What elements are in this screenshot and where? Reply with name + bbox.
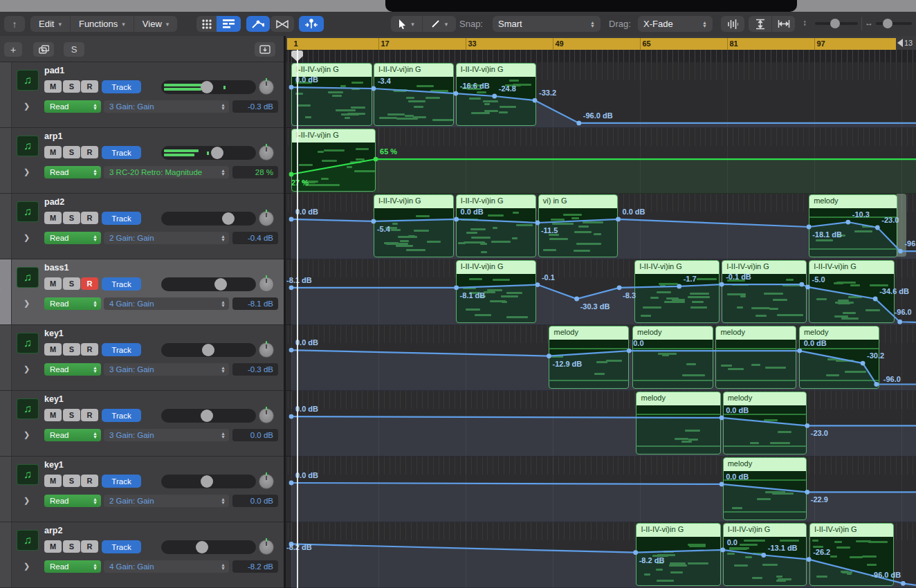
automation-lane-arp1[interactable]: I-II-IV-vi)in G27 %65 % <box>286 128 916 194</box>
record-enable-button[interactable]: R <box>81 146 98 158</box>
marquee-button[interactable] <box>271 16 294 32</box>
record-enable-button[interactable]: R <box>81 409 98 421</box>
solo-button[interactable]: S <box>63 409 80 421</box>
add-track-button[interactable]: + <box>4 42 22 57</box>
record-enable-button[interactable]: R <box>81 277 98 290</box>
disclosure-arrow[interactable]: ❯ <box>24 102 30 111</box>
solo-tracks-button[interactable]: S <box>64 42 84 57</box>
automation-mode-dropdown[interactable]: Read▲▼ <box>44 560 101 573</box>
volume-slider-thumb[interactable] <box>211 147 223 159</box>
pan-knob[interactable] <box>259 540 274 555</box>
vertical-auto-zoom-button[interactable] <box>749 16 771 32</box>
track-name[interactable]: arp2 <box>44 526 62 535</box>
automation-mode-dropdown[interactable]: Read▲▼ <box>44 166 101 178</box>
automation-point[interactable] <box>861 361 865 366</box>
automation-button[interactable] <box>246 16 270 32</box>
playhead[interactable] <box>297 50 298 588</box>
slider-thumb[interactable] <box>830 19 840 28</box>
automation-point[interactable] <box>799 282 804 287</box>
snap-dropdown[interactable]: Smart ▲▼ <box>493 16 601 32</box>
track-alternatives-button[interactable]: Track <box>102 475 141 488</box>
automation-parameter-dropdown[interactable]: 4 Gain: Gain▲▼ <box>104 297 229 310</box>
vertical-zoom-slider[interactable] <box>815 22 858 25</box>
duplicate-track-button[interactable] <box>33 42 54 57</box>
track-alternatives-button[interactable]: Track <box>102 540 141 553</box>
mute-button[interactable]: M <box>44 212 62 224</box>
automation-mode-dropdown[interactable]: Read▲▼ <box>44 363 101 376</box>
mute-button[interactable]: M <box>44 540 62 553</box>
automation-lane-pad1[interactable]: I-II-IV-vi)in GI-II-IV-vi)in GI-II-IV-vi… <box>286 62 916 128</box>
solo-button[interactable]: S <box>63 475 80 487</box>
automation-point[interactable] <box>492 94 497 99</box>
automation-curve[interactable]: 0.0 dB0.0 dB-23.0 <box>286 391 916 457</box>
volume-slider[interactable] <box>161 146 256 160</box>
automation-point[interactable] <box>805 490 809 495</box>
automation-parameter-dropdown[interactable]: 3 Gain: Gain▲▼ <box>104 100 229 113</box>
track-name[interactable]: bass1 <box>44 263 68 273</box>
menu-functions[interactable]: Functions▾ <box>71 16 134 32</box>
pan-knob[interactable] <box>259 145 274 160</box>
track-alternatives-button[interactable]: Track <box>102 80 141 93</box>
volume-slider[interactable] <box>161 80 256 94</box>
track-header-arp2[interactable]: 8♫arp2MSRTrack❯Read▲▼4 Gain: Gain▲▼-8.2 … <box>0 522 284 588</box>
waveform-zoom-button[interactable] <box>721 16 744 32</box>
volume-slider-thumb[interactable] <box>201 81 213 93</box>
horizontal-zoom-slider[interactable] <box>876 22 912 25</box>
pan-knob[interactable] <box>259 474 274 489</box>
disclosure-arrow[interactable]: ❯ <box>24 365 30 374</box>
record-enable-button[interactable]: R <box>81 212 98 224</box>
disclosure-arrow[interactable]: ❯ <box>24 233 30 242</box>
catch-playhead-button[interactable] <box>299 16 324 32</box>
track-header-arp1[interactable]: 2♫arp1MSRTrack❯Read▲▼3 RC-20 Retro: Magn… <box>0 128 284 194</box>
automation-point[interactable] <box>874 382 879 387</box>
automation-point[interactable] <box>761 553 766 558</box>
automation-point[interactable] <box>533 98 538 103</box>
automation-point[interactable] <box>845 220 850 225</box>
automation-point[interactable] <box>627 349 632 353</box>
automation-point[interactable] <box>289 85 294 90</box>
volume-slider-thumb[interactable] <box>202 344 214 356</box>
mute-button[interactable]: M <box>44 475 62 487</box>
automation-point[interactable] <box>289 414 294 419</box>
track-alternatives-button[interactable]: Track <box>102 343 141 356</box>
automation-curve[interactable]: 0.0 dB-3.4-16.6 dB-24.8-33.2-96.0 dB <box>286 62 916 128</box>
solo-button[interactable]: S <box>63 540 80 553</box>
automation-curve[interactable]: 0.0 dB-5.40.0 dB-11.50.0 dB-18.1 dB-10.3… <box>286 194 916 259</box>
automation-curve[interactable]: -8.1 dB-8.1 dB-0.1-30.3 dB-8.3-1.7-0.1 d… <box>286 259 916 325</box>
automation-point[interactable] <box>547 353 551 358</box>
track-header-key1[interactable]: 6♫key1MSRTrack❯Read▲▼3 Gain: Gain▲▼0.0 d… <box>0 391 284 457</box>
automation-point[interactable] <box>289 285 294 290</box>
automation-parameter-dropdown[interactable]: 4 Gain: Gain▲▼ <box>104 560 229 573</box>
volume-slider-thumb[interactable] <box>196 541 208 553</box>
mute-button[interactable]: M <box>44 146 62 158</box>
record-enable-button[interactable]: R <box>81 80 98 93</box>
record-enable-button[interactable]: R <box>81 475 98 487</box>
volume-slider[interactable] <box>161 212 256 226</box>
arrange-area[interactable]: I-II-IV-vi)in GI-II-IV-vi)in GI-II-IV-vi… <box>286 62 916 588</box>
cycle-region[interactable]: 1173349658197 <box>287 38 896 50</box>
disclosure-arrow[interactable]: ❯ <box>24 496 30 505</box>
solo-button[interactable]: S <box>63 80 80 93</box>
horizontal-fit-button[interactable] <box>771 16 795 32</box>
automation-point[interactable] <box>897 320 902 324</box>
track-name[interactable]: pad1 <box>44 66 64 75</box>
automation-point[interactable] <box>807 225 812 230</box>
pan-knob[interactable] <box>259 408 274 423</box>
automation-point[interactable] <box>633 550 638 555</box>
automation-point[interactable] <box>535 282 540 287</box>
automation-point[interactable] <box>289 348 294 353</box>
menu-edit[interactable]: Edit▾ <box>30 16 71 32</box>
record-enable-button[interactable]: R <box>81 540 98 553</box>
automation-lane-bass1[interactable]: I-II-IV-vi)in GI-II-IV-vi)in GI-II-IV-vi… <box>286 259 916 325</box>
track-name[interactable]: key1 <box>44 394 64 404</box>
slider-thumb[interactable] <box>883 19 892 28</box>
disclosure-arrow[interactable]: ❯ <box>24 299 30 308</box>
automation-mode-dropdown[interactable]: Read▲▼ <box>44 495 101 507</box>
automation-parameter-dropdown[interactable]: 2 Gain: Gain▲▼ <box>104 495 229 507</box>
automation-mode-dropdown[interactable]: Read▲▼ <box>44 429 101 441</box>
secondary-tool-button[interactable]: ▾ <box>422 16 456 32</box>
track-alternatives-button[interactable]: Track <box>102 277 141 291</box>
track-header-pad1[interactable]: 1♫pad1MSRTrack❯Read▲▼3 Gain: Gain▲▼-0.3 … <box>0 62 284 128</box>
automation-point[interactable] <box>372 219 376 224</box>
pan-knob[interactable] <box>259 80 274 95</box>
